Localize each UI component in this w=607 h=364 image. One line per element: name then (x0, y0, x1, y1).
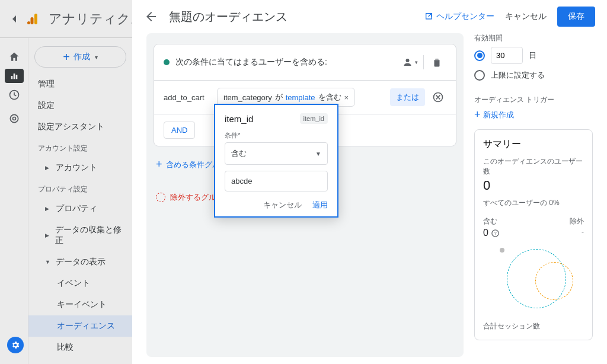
svg-rect-1 (31, 17, 34, 24)
popover-field-label: 条件* (225, 131, 328, 140)
duration-label: 有効期間 (474, 33, 593, 43)
popover-cancel-button[interactable]: キャンセル (263, 200, 302, 210)
app-title: アナリティクス (49, 10, 144, 28)
duration-max-label: 上限に設定する (491, 70, 545, 81)
save-button[interactable]: 保存 (557, 7, 595, 27)
duration-max-radio[interactable] (474, 70, 485, 81)
nav-compare[interactable]: 比較 (28, 337, 132, 358)
page-title: 無題のオーディエンス (169, 9, 424, 25)
cancel-button[interactable]: キャンセル (505, 11, 547, 22)
nav-setup-assistant[interactable]: 設定アシスタント (28, 116, 132, 138)
value-input[interactable] (225, 171, 328, 191)
popover-param-chip: item_id (300, 113, 328, 124)
parameter-popover: item_id item_id 条件* 含む ▼ キャンセル 適用 (214, 104, 338, 218)
all-users-pct: すべてのユーザーの 0% (483, 198, 584, 208)
nav-settings[interactable]: 設定 (28, 95, 132, 116)
close-icon[interactable]: × (344, 93, 349, 102)
remove-row-icon[interactable] (430, 89, 446, 106)
plus-icon: + (156, 158, 162, 171)
event-name-chip[interactable]: add_to_cart (164, 93, 217, 102)
create-button-label: 作成 (74, 52, 90, 62)
venn-diagram (483, 244, 584, 315)
nav-property[interactable]: ▶プロパティ (28, 198, 132, 219)
exclude-value: - (582, 228, 584, 238)
svg-rect-4 (14, 74, 15, 79)
back-arrow-icon[interactable] (144, 9, 158, 24)
nav-custom-def[interactable]: カスタム定義 (28, 358, 132, 364)
popover-title: item_id (225, 114, 253, 124)
svg-point-8 (13, 117, 16, 120)
back-chevron-icon[interactable] (7, 12, 21, 26)
include-indicator-dot (164, 59, 170, 65)
dashed-circle-icon (156, 193, 165, 202)
delete-card-icon[interactable] (427, 53, 446, 72)
rail-reports-icon[interactable] (5, 69, 24, 83)
plus-icon: + (63, 51, 70, 63)
nav-key-events[interactable]: キーイベント (28, 294, 132, 315)
nav-data-collect[interactable]: ▶データの収集と修正 (28, 219, 132, 251)
help-center-link[interactable]: ヘルプセンター (424, 11, 494, 22)
operator-select[interactable]: 含む ▼ (225, 142, 328, 165)
chevron-down-icon: ▼ (315, 151, 321, 157)
duration-days-input[interactable] (491, 47, 523, 64)
new-trigger-button[interactable]: +新規作成 (474, 108, 593, 121)
trigger-label: オーディエンス トリガー (474, 95, 593, 105)
include-value: 0 ? (483, 228, 500, 238)
and-button[interactable]: AND (164, 122, 195, 139)
svg-point-7 (10, 114, 18, 122)
nav-account[interactable]: ▶アカウント (28, 157, 132, 178)
rail-home-icon[interactable] (0, 45, 28, 69)
section-property-label: プロパティ設定 (28, 178, 132, 198)
scope-user-icon[interactable]: ▾ (401, 53, 420, 72)
svg-rect-0 (34, 14, 37, 24)
rail-advertising-icon[interactable] (0, 107, 28, 130)
include-label: 含む (483, 216, 497, 226)
nav-events[interactable]: イベント (28, 273, 132, 294)
duration-unit: 日 (529, 50, 536, 61)
svg-point-10 (405, 59, 409, 62)
ga-logo-icon (26, 11, 43, 27)
nav-admin[interactable]: 管理 (28, 74, 132, 95)
or-button[interactable]: または (390, 88, 425, 106)
svg-text:?: ? (494, 231, 496, 236)
duration-days-radio[interactable] (474, 50, 485, 61)
nav-audiences[interactable]: オーディエンス (28, 315, 132, 337)
include-header-text: 次の条件に当てはまるユーザーを含める: (175, 57, 327, 68)
create-button[interactable]: + 作成 ▾ (34, 46, 126, 68)
help-icon[interactable]: ? (491, 229, 500, 238)
popover-apply-button[interactable]: 適用 (312, 200, 328, 210)
nav-data-display[interactable]: ▼データの表示 (28, 251, 132, 273)
sessions-label: 合計セッション数 (483, 321, 584, 331)
section-account-label: アカウント設定 (28, 138, 132, 157)
user-count-label: このオーディエンスのユーザー数 (483, 157, 584, 177)
summary-title: サマリー (483, 138, 584, 151)
exclude-label: 除外 (570, 216, 584, 226)
chevron-down-icon: ▾ (95, 54, 98, 60)
settings-fab[interactable] (7, 337, 24, 353)
user-count-value: 0 (483, 178, 584, 193)
svg-rect-5 (16, 75, 18, 79)
rail-explore-icon[interactable] (0, 83, 28, 107)
svg-rect-3 (11, 76, 13, 79)
svg-point-2 (27, 21, 30, 24)
